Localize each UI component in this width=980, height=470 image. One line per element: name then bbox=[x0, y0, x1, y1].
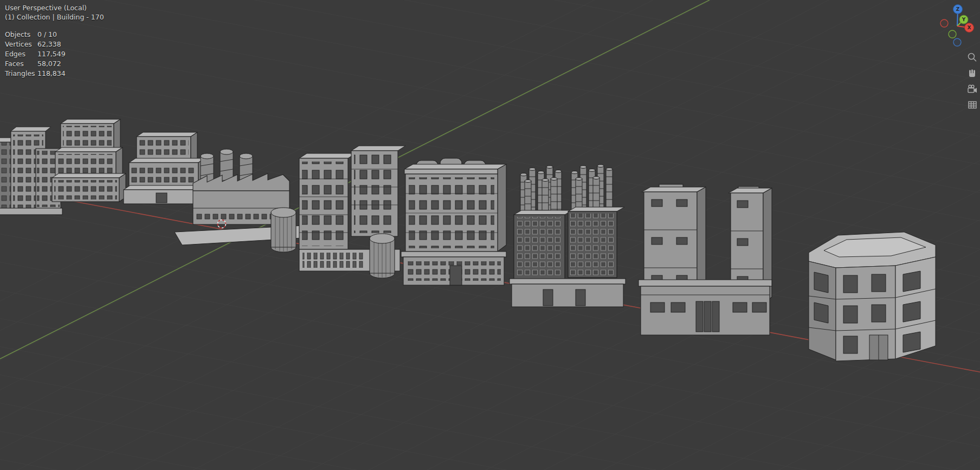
navigation-gizmo[interactable]: Z Y X bbox=[930, 0, 980, 51]
blender-3d-viewport[interactable]: User Perspective (Local) (1) Collection … bbox=[0, 0, 980, 470]
move-hand-icon[interactable] bbox=[967, 68, 978, 79]
active-collection-label: (1) Collection | Building - 170 bbox=[5, 12, 104, 22]
gizmo-axis-x-positive[interactable]: X bbox=[965, 23, 974, 33]
svg-text:Z: Z bbox=[956, 7, 960, 12]
stat-triangles: Triangles 118,834 bbox=[5, 69, 66, 79]
gizmo-axis-y-positive[interactable]: Y bbox=[959, 15, 968, 24]
building-model-octagonal[interactable] bbox=[809, 232, 936, 361]
gizmo-axis-y-negative[interactable] bbox=[949, 30, 956, 38]
camera-view-icon[interactable] bbox=[967, 83, 978, 94]
building-model-apartment-block[interactable] bbox=[401, 158, 506, 285]
gizmo-axis-x-negative[interactable] bbox=[940, 20, 948, 27]
stat-vertices: Vertices 62,338 bbox=[5, 40, 66, 50]
stat-edges: Edges 117,549 bbox=[5, 50, 66, 60]
svg-text:Y: Y bbox=[962, 17, 966, 22]
stat-faces: Faces 58,072 bbox=[5, 60, 66, 69]
building-model-u-shaped[interactable] bbox=[639, 184, 772, 335]
zoom-icon[interactable] bbox=[967, 52, 978, 63]
building-model-twin-towers[interactable] bbox=[299, 146, 405, 278]
viewport-tool-strip bbox=[967, 52, 979, 110]
svg-text:X: X bbox=[968, 25, 971, 30]
gizmo-axis-z-negative[interactable] bbox=[953, 38, 961, 46]
view-perspective-label: User Perspective (Local) bbox=[5, 3, 87, 12]
gizmo-axis-z-positive[interactable]: Z bbox=[953, 5, 963, 14]
projection-toggle-icon[interactable] bbox=[967, 99, 978, 110]
building-model-stepped-apartment[interactable] bbox=[52, 119, 126, 202]
stat-objects: Objects 0 / 10 bbox=[5, 30, 66, 40]
scene-statistics: Objects 0 / 10 Vertices 62,338 Edges 117… bbox=[5, 30, 66, 79]
